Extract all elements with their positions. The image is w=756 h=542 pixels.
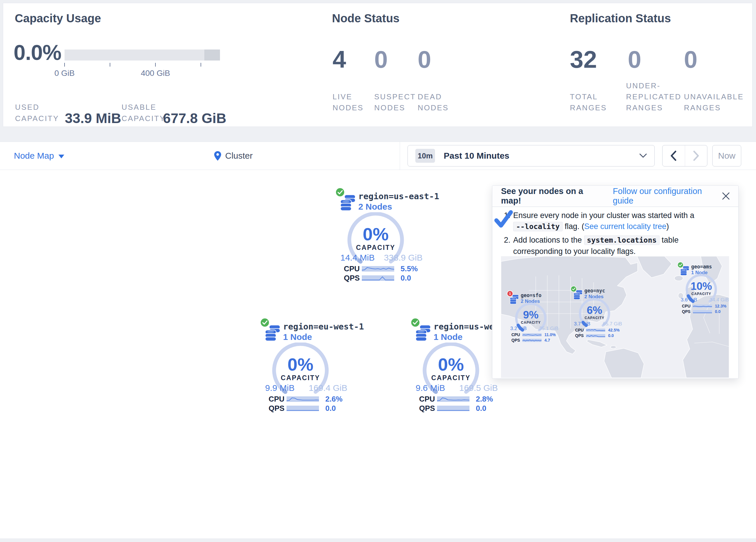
live-nodes-value: 4: [333, 45, 346, 73]
view-selector-dropdown[interactable]: Node Map: [14, 142, 64, 170]
summary-panel: Capacity Usage 0.0% 0 GiB 400 GiB USED C…: [3, 3, 753, 127]
qps-label: QPS: [575, 333, 586, 338]
view-selector-label[interactable]: Node Map: [14, 151, 54, 161]
map-configuration-hint-panel: See your nodes on a map! Follow our conf…: [492, 185, 739, 379]
capacity-percent: 6%: [576, 304, 613, 317]
total-capacity-value: 34.4 GiB: [710, 297, 729, 303]
capacity-percent-value: 0.0%: [14, 40, 61, 65]
capacity-percent: 0%: [268, 354, 333, 375]
used-capacity-label: USED CAPACITY: [15, 102, 66, 124]
cpu-sparkline: [522, 333, 542, 337]
now-button[interactable]: Now: [712, 145, 741, 166]
chevron-left-icon: [670, 150, 677, 161]
database-icon: [415, 325, 431, 342]
step-text: ): [666, 222, 669, 231]
cpu-value: 42.5%: [608, 328, 620, 333]
used-capacity-value: 3.7 GiB: [574, 321, 590, 327]
cpu-value: 2.6%: [325, 395, 342, 404]
capacity-caption: CAPACITY: [576, 316, 613, 320]
close-button[interactable]: [722, 192, 730, 200]
region-node-card: geo=nyc 2 Nodes 6% CAPACITY 3.7 GiB 65.7…: [570, 286, 628, 341]
node-region-label: geo=nyc: [584, 288, 605, 294]
replication-status-title: Replication Status: [570, 12, 671, 25]
capacity-axis-tick: [155, 63, 156, 67]
configuration-guide-link[interactable]: Follow our configuration guide: [613, 186, 722, 205]
region-node-card: 1 geo=sfo 2 Nodes 9% CAPACITY 3.2 GiB 35…: [506, 291, 564, 346]
region-node-card: geo=ams 1 Node 10% CAPACITY 3.6 GiB 34.4…: [677, 262, 735, 317]
cpu-sparkline: [362, 266, 394, 272]
inline-code: system.locations: [584, 235, 660, 245]
qps-sparkline: [287, 406, 319, 411]
locality-tree-link[interactable]: See current locality tree: [584, 222, 667, 231]
capacity-caption: CAPACITY: [343, 244, 408, 251]
qps-label: QPS: [344, 274, 362, 283]
time-range-chip: 10m: [415, 149, 435, 163]
step-done-check-icon: [493, 210, 514, 229]
cpu-sparkline: [287, 396, 319, 402]
cpu-value: 11.0%: [544, 333, 556, 337]
capacity-axis-tick: [201, 63, 201, 67]
database-icon: [340, 194, 356, 212]
node-count-link[interactable]: 2 Nodes: [358, 202, 392, 212]
time-step-buttons: [662, 145, 707, 166]
capacity-percent: 0%: [419, 354, 483, 375]
capacity-axis-tick: [110, 63, 110, 67]
capacity-axis-label-0: 0 GiB: [41, 69, 88, 78]
dead-nodes-label: DEADNODES: [418, 91, 449, 113]
view-toolbar: Node Map Cluster 10m Past 10 Minutes Now: [0, 141, 756, 170]
qps-sparkline: [522, 339, 542, 342]
qps-value: 0.0: [715, 309, 720, 314]
capacity-percent: 9%: [513, 309, 549, 321]
capacity-percent: 10%: [683, 280, 720, 293]
capacity-caption: CAPACITY: [513, 321, 549, 325]
database-icon: [265, 325, 281, 342]
close-icon: [722, 192, 730, 200]
page-footer-strip: [0, 539, 756, 542]
total-capacity-value: 169.5 GiB: [459, 383, 498, 393]
step-text: Ensure every node in your cluster was st…: [513, 211, 694, 220]
used-capacity-value: 3.2 GiB: [510, 326, 527, 332]
total-capacity-value: 35.1 GiB: [539, 326, 558, 332]
configuration-steps: 1.Ensure every node in your cluster was …: [492, 210, 738, 259]
step-text: flag. (: [563, 222, 584, 231]
cpu-sparkline: [586, 329, 605, 332]
node-region-label: region=us-east-1: [358, 191, 439, 201]
qps-label: QPS: [419, 404, 437, 413]
live-nodes-label: LIVENODES: [333, 91, 364, 113]
step-number: 2.: [504, 234, 511, 245]
node-count-link[interactable]: 1 Node: [434, 332, 463, 342]
qps-value: 4.7: [544, 338, 550, 343]
next-interval-button[interactable]: [685, 145, 707, 166]
qps-sparkline: [437, 406, 469, 411]
chevron-down-icon: [639, 153, 647, 158]
under-replicated-ranges-value: 0: [628, 45, 641, 73]
breadcrumb-label: Cluster: [225, 151, 253, 161]
capacity-axis-label-400: 400 GiB: [132, 69, 179, 78]
cpu-value: 2.8%: [476, 395, 493, 404]
breadcrumb[interactable]: Cluster: [214, 142, 253, 170]
capacity-bar: [65, 49, 220, 60]
hint-panel-header: See your nodes on a map! Follow our conf…: [492, 185, 738, 207]
used-capacity-value: 14.4 MiB: [340, 253, 375, 262]
node-region-label: region=eu-west-1: [283, 322, 364, 332]
region-node-card: region=us-east-1 2 Nodes 0% CAPACITY 14.…: [333, 187, 434, 284]
capacity-bar-reserved-segment: [204, 49, 220, 60]
cpu-label: CPU: [682, 304, 693, 308]
suspect-nodes-label: SUSPECTNODES: [374, 91, 416, 113]
cpu-value: 12.3%: [715, 304, 726, 308]
used-capacity-value: 33.9 MiB: [65, 110, 121, 126]
time-range-dropdown[interactable]: 10m Past 10 Minutes: [408, 145, 655, 166]
cpu-label: CPU: [269, 395, 287, 404]
qps-value: 0.0: [476, 404, 486, 413]
previous-interval-button[interactable]: [663, 145, 685, 166]
map-pin-icon: [214, 151, 221, 161]
node-status-title: Node Status: [332, 12, 399, 25]
node-count-link[interactable]: 1 Node: [283, 332, 312, 342]
hint-panel-title: See your nodes on a map!: [501, 186, 603, 205]
configuration-step: 1.Ensure every node in your cluster was …: [492, 210, 738, 232]
chevron-down-icon: [58, 155, 64, 158]
dead-nodes-value: 0: [418, 45, 431, 73]
capacity-axis-tick: [64, 63, 65, 67]
capacity-caption: CAPACITY: [419, 374, 483, 382]
used-capacity-value: 3.6 GiB: [681, 297, 697, 303]
